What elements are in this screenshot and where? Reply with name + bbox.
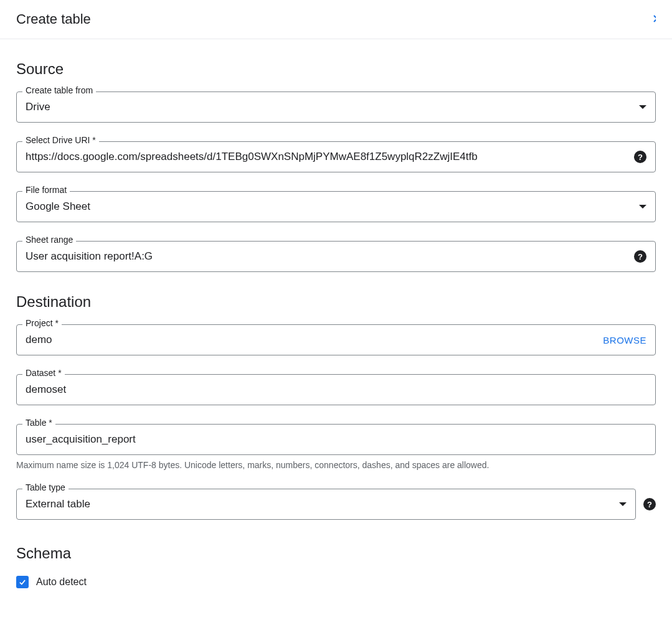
chevron-down-icon	[619, 502, 627, 506]
dataset-label: Dataset *	[22, 368, 65, 378]
sheet-range-field: ?	[16, 241, 656, 272]
file-format-select[interactable]: Google Sheet	[16, 191, 656, 222]
section-schema-heading: Schema	[16, 545, 656, 562]
sheet-range-input[interactable]	[26, 250, 628, 263]
sheet-range-label: Sheet range	[22, 235, 76, 245]
auto-detect-label: Auto detect	[36, 576, 87, 588]
table-type-value: External table	[26, 498, 613, 510]
table-input[interactable]	[26, 433, 646, 446]
check-icon	[18, 578, 27, 586]
browse-button[interactable]: BROWSE	[603, 335, 646, 345]
auto-detect-checkbox[interactable]	[16, 576, 29, 588]
help-icon[interactable]: ?	[634, 250, 646, 263]
chevron-down-icon	[639, 105, 646, 109]
section-destination-heading: Destination	[16, 293, 656, 311]
dialog-title: Create table	[16, 11, 91, 27]
file-format-value: Google Sheet	[26, 200, 633, 213]
project-field: BROWSE	[16, 324, 656, 355]
table-type-select[interactable]: External table	[16, 489, 636, 520]
section-source-heading: Source	[16, 60, 656, 78]
table-label: Table *	[22, 418, 55, 428]
drive-uri-field: ?	[16, 141, 656, 172]
dataset-field	[16, 374, 656, 405]
help-icon[interactable]: ?	[634, 151, 646, 163]
dataset-input[interactable]	[26, 383, 646, 396]
chevron-down-icon	[639, 205, 646, 209]
create-from-label: Create table from	[22, 85, 96, 95]
project-label: Project *	[22, 318, 62, 328]
create-from-select[interactable]: Drive	[16, 92, 656, 123]
drive-uri-label: Select Drive URI *	[22, 135, 99, 145]
close-icon[interactable]	[651, 11, 656, 27]
create-from-value: Drive	[26, 101, 633, 113]
drive-uri-input[interactable]	[26, 151, 628, 163]
file-format-label: File format	[22, 185, 70, 195]
project-input[interactable]	[26, 334, 595, 346]
dialog-header: Create table	[0, 0, 672, 39]
help-icon[interactable]: ?	[643, 498, 656, 510]
table-type-label: Table type	[22, 482, 69, 492]
table-field	[16, 424, 656, 455]
table-helper-text: Maximum name size is 1,024 UTF-8 bytes. …	[16, 460, 656, 470]
